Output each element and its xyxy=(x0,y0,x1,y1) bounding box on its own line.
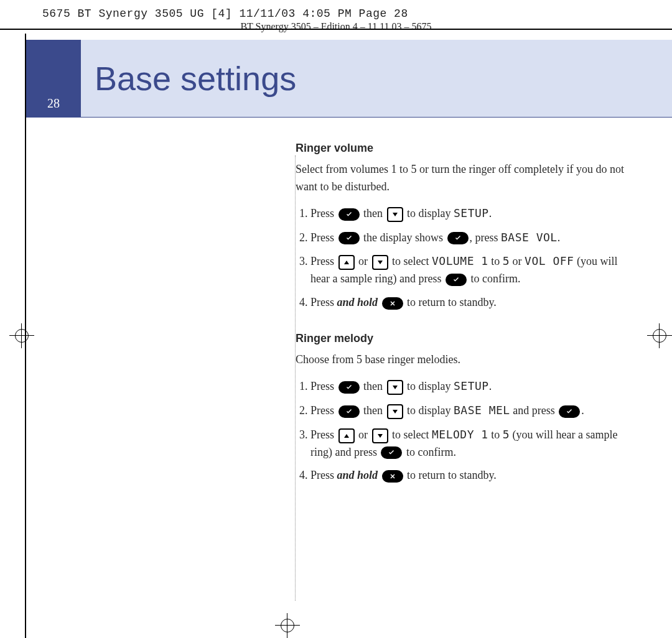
lcd-text: BASE MEL xyxy=(454,404,510,417)
page-number: 28 xyxy=(26,40,81,117)
edition-line: BT Synergy 3505 – Edition 4 – 11.11.03 –… xyxy=(0,21,672,32)
print-header: 5675 BT Synergy 3505 UG [4] 11/11/03 4:0… xyxy=(0,0,672,20)
page-title: Base settings xyxy=(81,40,672,117)
lcd-text: VOLUME 1 xyxy=(432,254,488,267)
emphasis: and hold xyxy=(337,296,378,308)
down-arrow-icon xyxy=(372,255,388,270)
section-heading: Ringer volume xyxy=(296,140,635,157)
lcd-text: SETUP xyxy=(454,379,489,392)
step-item: Press or to select MELODY 1 to 5 (you wi… xyxy=(310,426,635,461)
step-item: Press then to display SETUP. xyxy=(310,377,635,395)
section-heading: Ringer melody xyxy=(296,330,635,348)
step-item: Press and hold to return to standby. xyxy=(310,294,635,312)
lcd-text: 5 xyxy=(503,428,510,441)
header-band: 28 Base settings xyxy=(26,40,672,118)
section-intro: Choose from 5 base ringer melodies. xyxy=(296,351,635,369)
step-item: Press or to select VOLUME 1 to 5 or VOL … xyxy=(310,252,635,288)
down-arrow-icon xyxy=(387,380,403,395)
ok-button-icon xyxy=(381,446,402,459)
cancel-button-icon xyxy=(382,297,403,310)
content-column: Ringer volumeSelect from volumes 1 to 5 … xyxy=(296,118,635,484)
down-arrow-icon xyxy=(372,428,388,443)
lcd-text: BASE VOL xyxy=(501,231,558,244)
crop-mark-top xyxy=(0,29,672,30)
page-body: 28 Base settings Ringer volumeSelect fro… xyxy=(25,34,672,638)
lcd-text: 5 xyxy=(503,254,510,267)
step-item: Press then to display BASE MEL and press… xyxy=(310,402,635,420)
section-intro: Select from volumes 1 to 5 or turn the r… xyxy=(296,161,635,196)
lcd-text: VOL OFF xyxy=(525,254,574,267)
up-arrow-icon xyxy=(338,255,355,270)
ok-button-icon xyxy=(338,381,360,394)
step-item: Press the display shows , press BASE VOL… xyxy=(310,229,635,247)
emphasis: and hold xyxy=(337,469,378,481)
down-arrow-icon xyxy=(387,404,403,419)
ok-button-icon xyxy=(559,405,580,418)
down-arrow-icon xyxy=(387,207,403,222)
up-arrow-icon xyxy=(338,428,355,443)
ok-button-icon xyxy=(447,232,469,244)
step-item: Press then to display SETUP. xyxy=(310,205,635,223)
step-item: Press and hold to return to standby. xyxy=(310,467,635,484)
lcd-text: SETUP xyxy=(454,206,489,220)
ok-button-icon xyxy=(338,208,360,221)
steps-list: Press then to display SETUP.Press then t… xyxy=(296,377,635,484)
ok-button-icon xyxy=(446,274,467,286)
column-divider xyxy=(295,155,296,601)
steps-list: Press then to display SETUP.Press the di… xyxy=(296,205,635,312)
cancel-button-icon xyxy=(382,470,403,483)
ok-button-icon xyxy=(338,405,360,418)
lcd-text: MELODY 1 xyxy=(432,428,488,441)
ok-button-icon xyxy=(338,232,360,244)
